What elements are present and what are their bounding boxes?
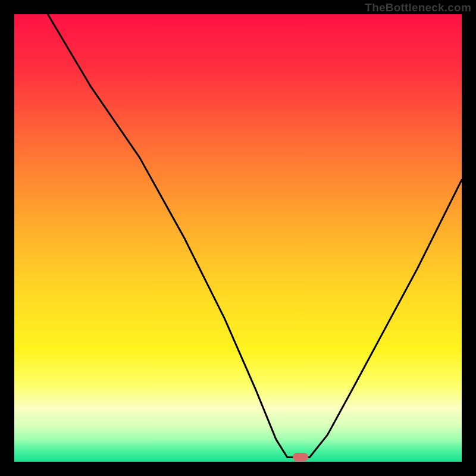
optimal-marker — [293, 453, 308, 461]
watermark-text: TheBottleneck.com — [365, 1, 471, 14]
bottleneck-curve — [14, 14, 462, 462]
chart-frame: TheBottleneck.com — [0, 0, 476, 476]
plot-area — [14, 14, 462, 462]
